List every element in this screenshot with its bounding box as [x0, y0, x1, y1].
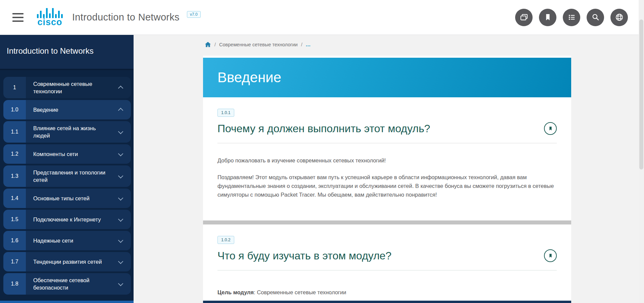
heading-divider — [217, 270, 557, 270]
bookmark-icon — [548, 253, 553, 258]
card-bottom-strip — [203, 301, 571, 303]
nav-item-number: 1.4 — [3, 189, 26, 208]
nav-item-label: Обеспечение сетевой безопасности — [33, 276, 114, 291]
sidebar-nav-item[interactable]: 1.1 Влияние сетей на жизнь людей — [3, 121, 131, 143]
lesson-card: Введение 1.0.1 Почему я должен выполнить… — [203, 56, 571, 303]
home-icon[interactable] — [205, 42, 211, 47]
sidebar-course-title: Introduction to Networks — [0, 35, 134, 70]
nav-item-label: Введение — [33, 106, 58, 113]
topic-section-2: 1.0.2 Что я буду изучать в этом модуле? … — [203, 224, 571, 296]
nav-item-number: 1.0 — [3, 100, 26, 119]
hamburger-menu-icon[interactable] — [12, 13, 23, 22]
nav-item-label: Основные типы сетей — [33, 195, 90, 202]
nav-item-label: Компоненты сети — [33, 150, 78, 158]
cisco-logo-text: cisco — [37, 18, 62, 27]
slides-button[interactable] — [515, 9, 533, 26]
app-header: cisco Introduction to Networks v7.0 — [0, 0, 644, 35]
course-title: Introduction to Networks — [72, 12, 180, 23]
heading-divider — [217, 143, 557, 143]
bookmark-topic-button[interactable] — [544, 249, 557, 262]
sidebar-nav-item[interactable]: 1.6 Надежные сети — [3, 231, 131, 250]
scrollbar-thumb[interactable] — [639, 19, 643, 169]
nav-item-number: 1.1 — [3, 121, 26, 143]
bookmark-topic-button[interactable] — [544, 122, 557, 135]
search-icon — [591, 13, 600, 22]
nav-item-number: 1.6 — [3, 231, 26, 250]
chevron-icon — [118, 238, 123, 243]
module-goal-label: Цель модуля — [217, 289, 254, 295]
nav-item-label: Надежные сети — [33, 237, 73, 244]
main-content: / Современные сетевые технологии / ... В… — [134, 35, 644, 303]
nav-item-number: 1.5 — [3, 210, 26, 229]
sidebar-nav-item[interactable]: 1.8 Обеспечение сетевой безопасности — [3, 273, 131, 295]
sidebar-nav-item[interactable]: 1.4 Основные типы сетей — [3, 189, 131, 208]
course-sidebar: Introduction to Networks 1 Современные с… — [0, 35, 134, 303]
chevron-icon — [118, 108, 123, 113]
list-icon — [567, 13, 576, 22]
bookmark-icon — [548, 126, 553, 131]
topic-badge: 1.0.2 — [217, 236, 234, 244]
contents-list-button[interactable] — [563, 9, 580, 26]
chevron-icon — [118, 173, 123, 179]
paragraph: Поздравляем! Этот модуль открывает вам п… — [217, 173, 557, 199]
chevron-icon — [118, 216, 123, 222]
sidebar-nav-item[interactable]: 1.0 Введение — [3, 100, 131, 119]
banner-title: Введение — [203, 69, 281, 86]
sidebar-nav-item[interactable]: 1 Современные сетевые технологии — [3, 77, 131, 98]
cisco-logo[interactable]: cisco — [37, 8, 63, 27]
sidebar-nav: 1 Современные сетевые технологии 1.0 Вве… — [0, 70, 134, 295]
header-toolbar — [515, 9, 628, 26]
chevron-icon — [118, 281, 123, 286]
topic-section-1: 1.0.1 Почему я должен выполнить этот мод… — [203, 97, 571, 207]
nav-item-number: 1.8 — [3, 273, 26, 295]
nav-item-number: 1.2 — [3, 144, 26, 164]
nav-item-label: Представления и топологии сетей — [33, 169, 114, 184]
language-button[interactable] — [610, 9, 628, 26]
page-scrollbar[interactable] — [639, 0, 644, 303]
nav-item-number: 1.3 — [3, 165, 26, 187]
nav-item-label: Влияние сетей на жизнь людей — [33, 124, 114, 139]
chevron-icon — [118, 151, 123, 156]
sidebar-nav-item[interactable]: 1.3 Представления и топологии сетей — [3, 165, 131, 187]
bookmark-icon — [543, 13, 552, 22]
chevron-icon — [118, 259, 123, 264]
cisco-logo-bars-icon — [37, 8, 63, 18]
sidebar-nav-item[interactable]: 1.5 Подключение к Интернету — [3, 210, 131, 229]
breadcrumb-module-link[interactable]: Современные сетевые технологии — [219, 42, 298, 47]
bookmarks-button[interactable] — [539, 9, 556, 26]
paragraph: Добро пожаловать в изучение современных … — [217, 156, 557, 165]
chevron-icon — [118, 195, 123, 201]
module-goal: Цель модуля: Современные сетевые техноло… — [217, 289, 557, 296]
nav-item-number: 1.7 — [3, 252, 26, 271]
breadcrumb: / Современные сетевые технологии / ... — [205, 42, 310, 47]
breadcrumb-separator: / — [214, 42, 216, 47]
section-separator-bar — [203, 220, 571, 224]
globe-icon — [615, 13, 624, 22]
sidebar-nav-item[interactable]: 1.2 Компоненты сети — [3, 144, 131, 164]
module-goal-text: : Современные сетевые технологии — [254, 289, 346, 295]
version-badge: v7.0 — [187, 11, 201, 18]
nav-item-label: Современные сетевые технологии — [33, 80, 114, 95]
slides-icon — [519, 13, 529, 22]
chevron-icon — [118, 129, 123, 134]
search-button[interactable] — [587, 9, 604, 26]
chevron-icon — [118, 86, 123, 91]
breadcrumb-ellipsis[interactable]: ... — [306, 43, 310, 46]
sidebar-bottom-strip — [0, 301, 134, 303]
nav-item-label: Тенденции развития сетей — [33, 258, 102, 265]
topic-heading: Что я буду изучать в этом модуле? — [217, 250, 392, 262]
section-banner: Введение — [203, 58, 571, 97]
nav-item-label: Подключение к Интернету — [33, 216, 101, 223]
nav-item-number: 1 — [3, 77, 26, 98]
breadcrumb-separator: / — [301, 42, 302, 47]
topic-heading: Почему я должен выполнить этот модуль? — [217, 122, 430, 135]
sidebar-nav-item[interactable]: 1.7 Тенденции развития сетей — [3, 252, 131, 271]
topic-badge: 1.0.1 — [217, 109, 234, 117]
